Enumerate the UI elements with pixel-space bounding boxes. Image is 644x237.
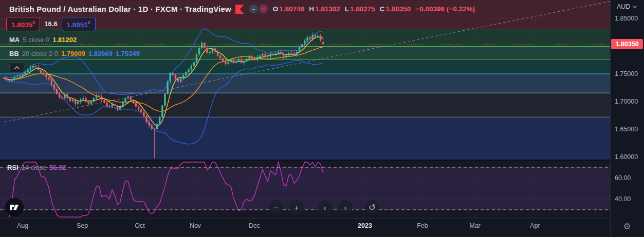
bb-lower-value: 1.75349 <box>116 50 140 57</box>
sell-price-button[interactable]: 1.80350 <box>6 17 40 31</box>
low-value: 1.80275 <box>350 5 375 13</box>
buy-price-button[interactable]: 1.80516 <box>62 17 96 31</box>
high-value: 1.81302 <box>315 5 340 13</box>
wave-icon[interactable]: ≈ <box>259 5 268 13</box>
symbol-header: British Pound / Australian Dollar · 1D ·… <box>9 4 475 14</box>
symbol-title[interactable]: British Pound / Australian Dollar · 1D ·… <box>9 5 231 13</box>
high-label: H <box>309 5 314 13</box>
ma-params: 5 close 0 <box>23 36 49 44</box>
time-axis-label: Mar <box>469 222 481 229</box>
ma-legend[interactable]: MA 5 close 0 1.81202 <box>9 36 77 44</box>
ma-value: 1.81202 <box>52 36 77 44</box>
tradingview-chart-window: British Pound / Australian Dollar · 1D ·… <box>0 0 644 237</box>
scroll-right-button[interactable]: › <box>338 200 353 214</box>
bb-legend[interactable]: BB 20 close 2 0 1.79009 1.82669 1.75349 <box>9 50 140 57</box>
price-axis-label: 1.65000 <box>615 126 638 133</box>
bb-upper-value: 1.82669 <box>88 50 113 57</box>
price-axis-label: 1.75000 <box>615 70 638 77</box>
currency-dropdown[interactable]: AUD <box>617 3 637 10</box>
scroll-left-button[interactable]: ‹ <box>318 200 332 214</box>
open-label: O <box>273 5 279 13</box>
time-axis-label: Sep <box>77 222 88 229</box>
time-axis-label: Feb <box>417 222 428 229</box>
change-value: −0.00396 (−0.22%) <box>415 5 475 13</box>
bb-basis-value: 1.79009 <box>61 50 85 57</box>
spread-value: 16.6 <box>44 20 57 28</box>
chevron-down-icon <box>633 6 637 8</box>
time-axis-label: Apr <box>530 222 540 229</box>
rsi-legend[interactable]: RSI 14 close 56.32 <box>7 164 66 171</box>
chevron-up-icon <box>14 66 20 70</box>
close-value: 1.80350 <box>386 5 411 13</box>
time-axis-label: 2023 <box>358 222 372 229</box>
rsi-params: 14 close <box>22 164 46 171</box>
rsi-value: 56.32 <box>49 164 66 171</box>
tradingview-logo[interactable] <box>5 198 24 216</box>
close-label: C <box>380 5 385 13</box>
ma-name: MA <box>9 36 20 44</box>
zoom-out-button[interactable]: − <box>269 200 283 214</box>
rsi-axis-label: 60.00 <box>615 174 631 182</box>
reset-chart-button[interactable]: ↺ <box>365 200 379 214</box>
broker-logo-icon <box>235 5 244 14</box>
last-price-tag: 1.80350 <box>611 39 643 49</box>
tradingview-logo-icon <box>9 203 20 211</box>
price-axis-label: 1.85000 <box>615 15 638 22</box>
rsi-name: RSI <box>7 164 19 171</box>
zoom-in-button[interactable]: + <box>289 200 304 214</box>
low-label: L <box>345 5 349 13</box>
currency-label: AUD <box>617 3 630 10</box>
gear-icon[interactable]: ⚙ <box>623 221 631 232</box>
minus-icon[interactable]: − <box>249 5 258 13</box>
bid-ask-row: 1.80350 16.6 1.80516 <box>6 17 96 31</box>
time-axis-label: Nov <box>190 222 201 229</box>
quick-actions-pill: − ≈ <box>248 4 269 14</box>
time-axis-label: Dec <box>249 222 260 229</box>
bb-params: 20 close 2 0 <box>22 50 58 57</box>
rsi-axis-label: 40.00 <box>615 195 631 203</box>
open-value: 1.80746 <box>279 5 304 13</box>
time-axis-label: Oct <box>135 222 144 229</box>
collapse-legend-button[interactable] <box>9 62 24 73</box>
bb-name: BB <box>9 50 19 57</box>
time-axis-label: Aug <box>17 222 28 229</box>
price-axis-label: 1.70000 <box>615 98 638 105</box>
ohlc-readout: O1.80746 H1.81302 L1.80275 C1.80350 −0.0… <box>273 5 475 13</box>
price-axis-label: 1.60000 <box>615 153 638 161</box>
